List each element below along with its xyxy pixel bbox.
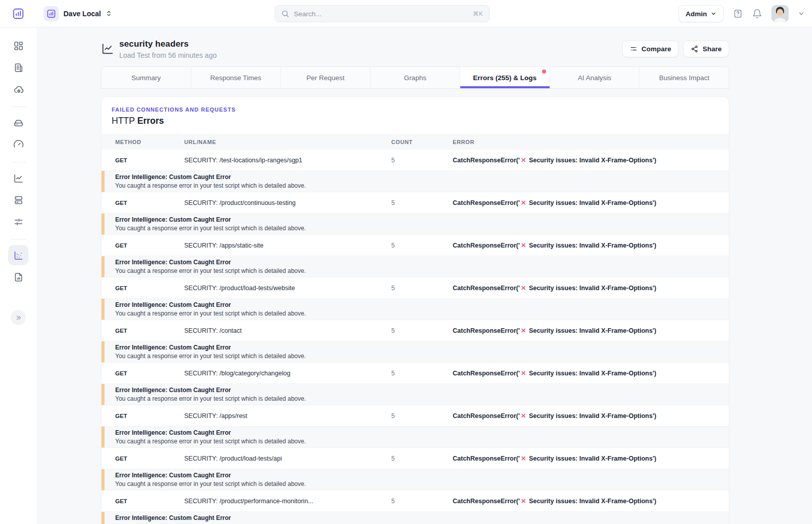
sidebar-item-reports[interactable] — [8, 267, 28, 287]
count-cell: 5 — [391, 412, 453, 420]
table-row[interactable]: GET SECURITY: /blog/category/changelog 5… — [101, 363, 729, 384]
tab-response-times[interactable]: Response Times — [191, 67, 281, 88]
error-intelligence-row: Error Intelligence: Custom Caught Error … — [101, 384, 729, 405]
error-x-icon: ✕ — [520, 285, 527, 292]
intel-description: You caught a response error in your test… — [115, 395, 729, 402]
sidebar-item-analytics[interactable] — [8, 168, 28, 188]
compare-button[interactable]: Compare — [622, 41, 679, 57]
count-cell: 5 — [391, 157, 453, 164]
search-input[interactable] — [294, 10, 468, 18]
project-name: Dave Local — [63, 10, 101, 18]
page-subtitle: Load Test from 56 minutes ago — [119, 51, 217, 59]
tab-per-request[interactable]: Per Request — [281, 67, 370, 88]
chevrons-right-icon — [15, 315, 22, 321]
account-menu-caret[interactable] — [798, 10, 805, 17]
tab-graphs[interactable]: Graphs — [370, 67, 460, 88]
method-cell: GET — [115, 285, 184, 291]
table-row[interactable]: GET SECURITY: /contact 5 CatchResponseEr… — [101, 320, 729, 341]
table-row[interactable]: GET SECURITY: /apps/rest 5 CatchResponse… — [101, 405, 729, 427]
count-cell: 5 — [391, 285, 453, 292]
sidebar-item-settings[interactable] — [8, 212, 28, 232]
compare-label: Compare — [641, 45, 671, 53]
help-button[interactable] — [733, 9, 743, 19]
sidebar-nav — [0, 27, 37, 524]
intel-description: You caught a response error in your test… — [115, 480, 729, 487]
share-icon — [691, 45, 698, 53]
notifications-button[interactable] — [752, 9, 762, 19]
bar-chart-icon — [46, 9, 56, 19]
error-cell: CatchResponseError('✕ Security issues: I… — [453, 327, 729, 334]
sidebar-item-test-results[interactable] — [8, 245, 28, 265]
project-icon — [44, 6, 59, 21]
error-cell: CatchResponseError('✕ Security issues: I… — [453, 199, 729, 206]
page-title: security headers — [119, 39, 217, 49]
share-button[interactable]: Share — [683, 41, 729, 57]
error-intelligence-row: Error Intelligence: Custom Caught Error … — [101, 256, 729, 277]
tab-errors-255-logs[interactable]: Errors (255) & Logs — [460, 67, 550, 88]
count-cell: 5 — [391, 327, 453, 334]
admin-menu-button[interactable]: Admin — [679, 5, 724, 22]
error-cell: CatchResponseError('✕ Security issues: I… — [453, 284, 729, 292]
sidebar-collapse-button[interactable] — [11, 310, 26, 325]
global-search[interactable]: ⌘K — [275, 5, 490, 22]
bell-icon — [752, 9, 762, 19]
method-cell: GET — [115, 456, 184, 462]
intel-description: You caught a response error in your test… — [115, 182, 729, 189]
sidebar-divider — [11, 162, 26, 162]
project-selector[interactable]: Dave Local — [44, 6, 112, 21]
method-cell: GET — [115, 157, 184, 163]
sidebar-item-organization[interactable] — [8, 57, 28, 78]
intel-title: Error Intelligence: Custom Caught Error — [115, 472, 729, 479]
error-intelligence-row: Error Intelligence: Custom Caught Error … — [101, 427, 729, 448]
compare-icon — [630, 45, 637, 53]
sliders-icon — [13, 217, 24, 227]
url-cell: SECURITY: /apps/rest — [184, 412, 391, 420]
panel-title-prefix: HTTP — [112, 116, 135, 126]
error-intelligence-row: Error Intelligence: Custom Caught Error … — [101, 299, 729, 320]
table-row[interactable]: GET SECURITY: /product/load-tests/websit… — [101, 277, 729, 299]
intel-title: Error Intelligence: Custom Caught Error — [115, 173, 729, 181]
error-cell: CatchResponseError('✕ Security issues: I… — [453, 241, 729, 249]
panel-eyebrow: FAILED CONNECTIONS AND REQUESTS — [112, 107, 719, 113]
cloud-gear-icon — [13, 84, 24, 95]
tab-business-impact[interactable]: Business Impact — [639, 67, 729, 88]
panel-header: FAILED CONNECTIONS AND REQUESTS HTTP Err… — [101, 97, 729, 134]
chevrons-up-down-icon — [106, 10, 112, 17]
dashboard-grid-icon — [13, 41, 24, 51]
error-intelligence-row: Error Intelligence: Custom Caught Error … — [101, 171, 729, 192]
intel-description: You caught a response error in your test… — [115, 225, 729, 232]
tab-label: Per Request — [307, 74, 345, 82]
table-header-row: METHOD URL/NAME COUNT ERROR — [101, 134, 729, 150]
table-row[interactable]: GET SECURITY: /test-locations/ip-ranges/… — [101, 150, 729, 171]
method-cell: GET — [115, 370, 184, 376]
table-row[interactable]: GET SECURITY: /product/performance-monit… — [101, 491, 729, 512]
table-row[interactable]: GET SECURITY: /product/load-tests/api 5 … — [101, 448, 729, 469]
chevron-down-icon — [710, 11, 717, 17]
error-x-icon: ✕ — [520, 199, 527, 206]
top-bar: Dave Local ⌘K Admin — [0, 0, 812, 27]
intel-title: Error Intelligence: Custom Caught Error — [115, 514, 729, 521]
error-x-icon: ✕ — [520, 157, 527, 164]
method-cell: GET — [115, 242, 184, 249]
error-x-icon: ✕ — [520, 412, 527, 420]
table-row[interactable]: GET SECURITY: /apps/static-site 5 CatchR… — [101, 235, 729, 256]
search-shortcut: ⌘K — [473, 10, 483, 17]
sidebar-item-servers[interactable] — [8, 113, 28, 133]
intel-title: Error Intelligence: Custom Caught Error — [115, 216, 729, 223]
column-method: METHOD — [115, 139, 184, 145]
tab-label: Summary — [131, 74, 161, 82]
sidebar-item-performance[interactable] — [8, 134, 28, 155]
sidebar-item-hosts[interactable] — [8, 190, 28, 210]
app-logo[interactable] — [11, 6, 26, 21]
sidebar-item-dashboard[interactable] — [8, 36, 28, 56]
tab-ai-analysis[interactable]: AI Analysis — [550, 67, 640, 88]
table-row[interactable]: GET SECURITY: /product/continuous-testin… — [101, 192, 729, 214]
sidebar-item-cloud-services[interactable] — [8, 79, 28, 99]
error-x-icon: ✕ — [520, 370, 527, 377]
method-cell: GET — [115, 413, 184, 419]
user-avatar[interactable] — [771, 5, 789, 22]
intel-title: Error Intelligence: Custom Caught Error — [115, 259, 729, 266]
tab-summary[interactable]: Summary — [101, 67, 191, 88]
scatter-chart-icon — [13, 250, 24, 261]
help-icon — [733, 9, 743, 19]
